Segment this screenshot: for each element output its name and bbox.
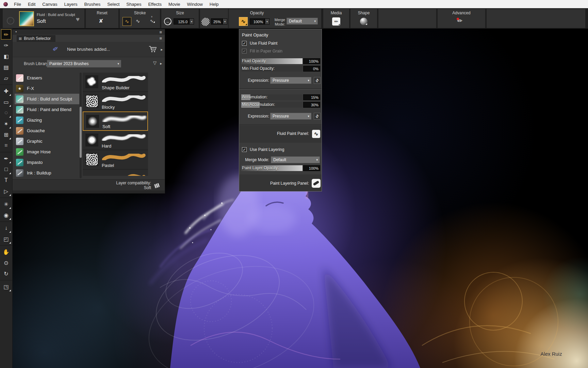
shape-icon[interactable] (360, 18, 368, 25)
brush-info-box[interactable]: ∕ Fluid : Build and Sculpt Soft ♥ (3, 9, 84, 28)
menu-item-help[interactable]: Help (206, 2, 222, 7)
brush-category-f-x[interactable]: ★F-X (15, 83, 79, 94)
cart-icon[interactable] (148, 45, 157, 54)
paint-layer-opacity-value[interactable]: 100% (303, 165, 320, 171)
menu-item-movie[interactable]: Movie (165, 2, 184, 7)
brush-category-glazing[interactable]: Glazing (15, 115, 79, 125)
expression-settings-icon-1[interactable]: ⇄ (314, 77, 321, 84)
cloner-brush-tool[interactable]: ✳ (1, 199, 11, 209)
brush-category-graphic[interactable]: Graphic (15, 136, 79, 147)
brush-variant-shape-builder[interactable]: Shape Builder (83, 73, 148, 92)
brush-category-erasers[interactable]: Erasers (15, 73, 79, 83)
stroke-straight-button[interactable]: ∿ (133, 17, 142, 26)
brush-size-icon[interactable]: ↔ (164, 18, 172, 25)
filter-icon[interactable]: ▽ (153, 60, 157, 65)
media-icon[interactable]: ✏ (332, 17, 340, 26)
category-scrollbar[interactable] (80, 73, 82, 178)
scrollbar-thumb[interactable] (80, 107, 82, 158)
crop-tool[interactable]: ⌗ (1, 140, 11, 151)
magnifier-tool[interactable]: ⊙ (1, 258, 11, 268)
brush-category-fluid-paint-and-blend[interactable]: Fluid : Paint and Blend (15, 104, 79, 115)
paint-layering-panel-button[interactable] (312, 179, 321, 188)
expression-select-2[interactable]: Pressure ▾ (270, 113, 311, 120)
menu-item-file[interactable]: File (11, 2, 24, 7)
paint-layer-opacity-slider[interactable]: Paint Layer Opacity: (241, 165, 303, 171)
panel-options-icon[interactable]: ≡ (159, 36, 162, 41)
eraser-tool[interactable]: ▱ (1, 73, 11, 83)
rect-shape-tool[interactable]: □ (1, 164, 11, 174)
stroke-freehand-button[interactable]: ∿ (122, 17, 131, 26)
brush-category-image-hose[interactable]: Image Hose (15, 147, 79, 157)
gradient-tool[interactable]: ▤ (1, 62, 11, 72)
brush-library-select[interactable]: Painter 2023 Brushes ▾ (47, 60, 121, 67)
layer-adjuster-tool[interactable]: ✚ (1, 86, 11, 96)
menu-item-brushes[interactable]: Brushes (81, 2, 104, 7)
menu-item-shapes[interactable]: Shapes (123, 2, 145, 7)
panel-close-icon[interactable]: ⊠ (19, 36, 22, 41)
use-paint-layering-checkbox[interactable]: ✓ (242, 147, 247, 152)
brush-category-fluid-build-and-sculpt[interactable]: Fluid : Build and Sculpt (15, 94, 79, 104)
brush-variant-partial[interactable] (83, 170, 148, 176)
brush-variant-soft[interactable]: Soft (83, 111, 148, 131)
rect-select-tool[interactable]: ▭ (1, 97, 11, 107)
expression-select-1[interactable]: Pressure ▾ (270, 77, 311, 84)
grain-input[interactable]: 25% (211, 18, 223, 25)
lasso-tool[interactable]: ◌ (1, 108, 11, 118)
new-brushes-banner[interactable]: ✏ New brushes added... ▸ (13, 42, 165, 57)
advanced-brush-icon[interactable]: ✏ (457, 17, 462, 25)
rotate-page-tool[interactable]: ↻ (1, 269, 11, 279)
restore-default-brush-icon[interactable]: ∕ (7, 17, 14, 25)
brush-selector-tab[interactable]: ⊠Brush Selector (17, 35, 55, 42)
min-fluid-opacity-slider[interactable]: Min Fluid Opacity: (241, 66, 303, 72)
accumulation-slider[interactable]: Accumulation: (241, 94, 303, 100)
banner-arrow-icon[interactable]: ▸ (161, 47, 163, 52)
menu-item-layers[interactable]: Layers (61, 2, 81, 7)
panel-group-menu-icon[interactable]: ≡ (159, 30, 162, 34)
canvas-resize-tool[interactable]: ◳ (1, 281, 11, 292)
filter-arrow-icon[interactable]: ▸ (160, 61, 162, 66)
brush-category-gouache[interactable]: Gouache (15, 125, 79, 136)
use-fluid-paint-checkbox[interactable]: ✓ (242, 41, 247, 46)
text-tool[interactable]: T (1, 175, 11, 185)
watering-tool[interactable]: ↓ (1, 223, 11, 233)
panel-drag-bar[interactable]: ● ≡ (13, 29, 165, 35)
brush-category-ink-buildup[interactable]: Ink : Buildup (15, 168, 79, 178)
min-accumulation-slider[interactable]: Min Accumulation: (241, 102, 303, 108)
brush-variant-blocky[interactable]: Blocky (83, 92, 148, 111)
merge-mode-select[interactable]: Default ▾ (287, 18, 318, 25)
use-fluid-paint-row[interactable]: ✓ Use Fluid Paint (242, 41, 277, 46)
opacity-dropdown-button[interactable]: ▾ (265, 18, 270, 25)
brush-variant-hard[interactable]: Hard (83, 131, 148, 150)
transform-tool[interactable]: ⊞ (1, 129, 11, 140)
magic-wand-tool[interactable]: ✶ (1, 119, 11, 129)
menu-item-select[interactable]: Select (104, 2, 123, 7)
brush-category-impasto[interactable]: Impasto (15, 157, 79, 168)
use-paint-layering-row[interactable]: ✓ Use Paint Layering (242, 147, 284, 152)
hand-tool[interactable]: ✋ (1, 247, 11, 257)
size-input[interactable]: 125.0 (174, 18, 189, 25)
accumulation-value[interactable]: 15% (303, 94, 320, 100)
grain-dropdown-button[interactable]: ▾ (223, 18, 227, 25)
menu-item-canvas[interactable]: Canvas (39, 2, 61, 7)
menu-item-effects[interactable]: Effects (145, 2, 165, 7)
fluid-opacity-slider[interactable]: Fluid Opacity: (241, 58, 303, 64)
dab-options-icon[interactable]: ° ∿ (148, 16, 155, 23)
brush-variant-thumbnail[interactable] (19, 11, 34, 26)
min-accumulation-value[interactable]: 30% (303, 102, 320, 108)
menu-item-edit[interactable]: Edit (24, 2, 39, 7)
size-dropdown-button[interactable]: ▾ (189, 18, 194, 25)
opacity-input[interactable]: 100% (250, 18, 265, 25)
fluid-paint-panel-button[interactable]: ∿ (312, 130, 320, 138)
menu-item-window[interactable]: Window (184, 2, 206, 7)
shape-select-tool[interactable]: ▷ (1, 186, 11, 196)
dropper-tool[interactable]: ✑ (1, 40, 11, 50)
brush-tool[interactable]: ✏ (1, 29, 11, 40)
dodge-burn-tool[interactable]: ◉ (1, 210, 11, 220)
favorite-heart-icon[interactable]: ♥ (76, 16, 80, 23)
brush-variant-pastel[interactable]: Pastel (83, 150, 148, 170)
panel-resize-edge[interactable] (13, 190, 165, 193)
min-fluid-opacity-value[interactable]: 0% (303, 66, 320, 72)
paint-opacity-flyout-button[interactable]: ∿ (239, 17, 248, 26)
perspective-tool[interactable]: ◰ (1, 234, 11, 244)
fluid-opacity-value[interactable]: 100% (303, 58, 320, 64)
